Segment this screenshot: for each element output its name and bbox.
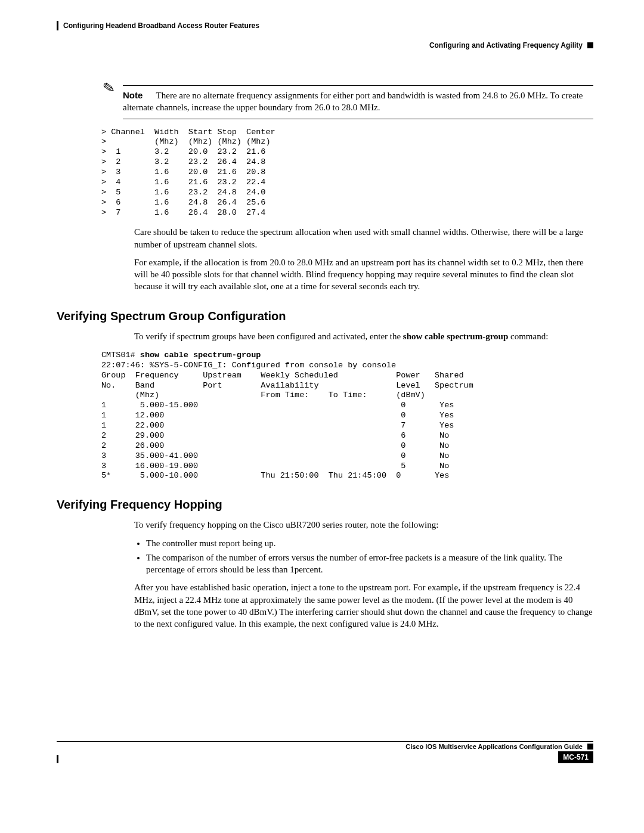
cli-block: CMTS01# show cable spectrum-group 22:07:… <box>101 351 593 481</box>
footer-right: Cisco IOS Multiservice Applications Conf… <box>405 743 593 750</box>
header-left: Configuring Headend Broadband Access Rou… <box>57 21 259 30</box>
header-right: Configuring and Activating Frequency Agi… <box>429 41 593 49</box>
cli-prompt: CMTS01# <box>101 351 140 360</box>
note-label: Note <box>123 90 143 100</box>
list-item: The controller must report being up. <box>146 537 593 549</box>
note-pen-icon: ✎ <box>101 79 116 95</box>
para-care: Care should be taken to reduce the spect… <box>134 226 593 250</box>
footer-marker-icon <box>587 744 593 750</box>
note-text: There are no alternate frequency assignm… <box>123 91 583 112</box>
section-marker-icon <box>587 42 593 48</box>
list-item: The comparison of the number of errors v… <box>146 552 593 576</box>
header-bar-icon <box>57 21 58 30</box>
page-number-badge: MC-571 <box>558 751 593 763</box>
footer-page-row: MC-571 <box>57 751 593 763</box>
note-text-line: Note There are no alternate frequency as… <box>123 89 593 114</box>
chapter-title: Configuring Headend Broadband Access Rou… <box>63 21 259 30</box>
para-example: For example, if the allocation is from 2… <box>134 256 593 293</box>
cmd-show-bold: show cable spectrum-group <box>403 332 508 341</box>
note-body: Note There are no alternate frequency as… <box>123 85 593 119</box>
header-right-row: Configuring and Activating Frequency Agi… <box>57 30 593 49</box>
page-container: Configuring Headend Broadband Access Rou… <box>0 0 644 781</box>
footer-row: Cisco IOS Multiservice Applications Conf… <box>57 743 593 750</box>
channel-table: > Channel Width Start Stop Center > (Mhz… <box>101 128 593 218</box>
para-verify-sg-post: command: <box>508 332 548 341</box>
para-verify-sg: To verify if spectrum groups have been c… <box>134 330 593 342</box>
para-after: After you have established basic operati… <box>134 581 593 630</box>
heading-verify-spectrum-group: Verifying Spectrum Group Configuration <box>57 309 593 323</box>
page-header: Configuring Headend Broadband Access Rou… <box>57 21 593 30</box>
footer-rule <box>57 741 593 742</box>
content-area: ✎ Note There are no alternate frequency … <box>101 85 593 630</box>
heading-verify-freq-hopping: Verifying Frequency Hopping <box>57 498 593 512</box>
para-verify-fh: To verify frequency hopping on the Cisco… <box>134 519 593 531</box>
section-title: Configuring and Activating Frequency Agi… <box>429 41 583 49</box>
cli-command: show cable spectrum-group <box>140 351 261 360</box>
note-rule-top <box>123 85 593 86</box>
note-rule-bottom <box>123 119 593 119</box>
note-block: ✎ Note There are no alternate frequency … <box>101 85 593 119</box>
page-footer: Cisco IOS Multiservice Applications Conf… <box>57 741 593 763</box>
footer-guide-title: Cisco IOS Multiservice Applications Conf… <box>405 743 583 750</box>
cli-output: 22:07:46: %SYS-5-CONFIG_I: Configured fr… <box>101 361 473 481</box>
para-verify-sg-pre: To verify if spectrum groups have been c… <box>134 332 403 341</box>
bullet-list: The controller must report being up. The… <box>134 537 593 576</box>
